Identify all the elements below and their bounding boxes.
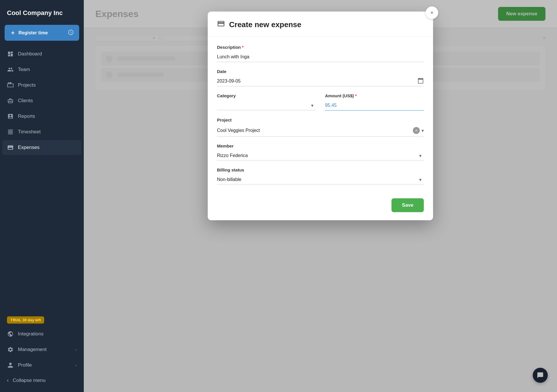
clock-icon (68, 29, 74, 37)
project-clear-button[interactable]: × (413, 127, 420, 134)
member-group: Member Rizzo Federica (217, 143, 424, 160)
create-expense-modal: Create new expense × Description* Date (208, 12, 433, 220)
amount-required-marker: * (355, 93, 357, 98)
sidebar-nav: Dashboard Team Projects Clients (0, 46, 84, 309)
project-value: Cool Veggies Project (217, 128, 413, 133)
sidebar-item-integrations-label: Integrations (18, 331, 44, 337)
category-label: Category (217, 93, 316, 98)
billing-group: Billing status Non-billable Billable (217, 167, 424, 184)
amount-group: Amount (US$)* (325, 93, 424, 111)
dashboard-icon (7, 51, 14, 57)
projects-icon (7, 82, 14, 89)
timesheet-icon (7, 128, 14, 135)
date-label: Date (217, 69, 424, 74)
sidebar: Cool Company Inc ＋ Register time Dashboa… (0, 0, 84, 392)
billing-label: Billing status (217, 167, 424, 172)
project-chevron-icon: ▾ (422, 128, 424, 133)
sidebar-item-timesheet-label: Timesheet (18, 129, 41, 135)
profile-chevron-icon: › (75, 363, 77, 367)
team-icon (7, 66, 14, 73)
collapse-icon: ‹ (7, 377, 9, 383)
plus-icon: ＋ (10, 29, 16, 37)
sidebar-item-projects[interactable]: Projects (2, 78, 81, 93)
calendar-icon (417, 77, 424, 85)
member-select-wrapper: Rizzo Federica (217, 151, 424, 160)
expenses-icon (7, 144, 14, 151)
modal-body: Description* Date (208, 37, 433, 193)
reports-icon (7, 113, 14, 120)
description-label: Description* (217, 45, 424, 50)
management-chevron-icon: › (75, 347, 77, 352)
modal-footer: Save (208, 193, 433, 220)
date-group: Date (217, 69, 424, 86)
project-wrapper: Cool Veggies Project × ▾ (217, 125, 424, 137)
main-area: Expenses New expense ▾ ▾ ≡ (84, 0, 557, 392)
sidebar-item-dashboard-label: Dashboard (18, 51, 42, 57)
close-icon: × (430, 10, 434, 16)
sidebar-item-projects-label: Projects (18, 82, 36, 88)
project-label: Project (217, 117, 424, 122)
company-name: Cool Company Inc (0, 0, 84, 25)
sidebar-item-integrations[interactable]: Integrations (2, 326, 81, 341)
sidebar-item-profile-label: Profile (18, 362, 32, 368)
modal-title: Create new expense (229, 20, 301, 29)
sidebar-item-expenses-label: Expenses (18, 145, 40, 150)
modal-close-button[interactable]: × (426, 6, 438, 19)
billing-select[interactable]: Non-billable Billable (217, 175, 424, 184)
collapse-menu-item[interactable]: ‹ Collapse menu (2, 373, 81, 387)
sidebar-item-expenses[interactable]: Expenses (2, 140, 81, 155)
sidebar-item-team-label: Team (18, 67, 30, 72)
amount-label: Amount (US$)* (325, 93, 424, 98)
sidebar-item-dashboard[interactable]: Dashboard (2, 46, 81, 61)
sidebar-item-clients[interactable]: Clients (2, 93, 81, 108)
sidebar-item-management[interactable]: Management › (2, 342, 81, 357)
amount-input[interactable] (325, 100, 424, 111)
category-select[interactable] (217, 100, 316, 110)
description-group: Description* (217, 45, 424, 62)
modal-overlay: Create new expense × Description* Date (84, 0, 557, 392)
clients-icon (7, 97, 14, 104)
category-amount-row: Category Amount (US$)* (217, 93, 424, 111)
profile-icon (7, 362, 14, 369)
management-icon (7, 346, 14, 353)
date-wrapper (217, 76, 424, 86)
sidebar-bottom: TRIAL 30 day left Integrations Managemen… (0, 309, 84, 392)
sidebar-item-profile[interactable]: Profile › (2, 358, 81, 373)
sidebar-item-reports[interactable]: Reports (2, 109, 81, 124)
modal-header: Create new expense (208, 12, 433, 37)
sidebar-item-timesheet[interactable]: Timesheet (2, 124, 81, 139)
description-required-marker: * (242, 45, 244, 50)
register-time-label: Register time (18, 30, 48, 36)
collapse-menu-label: Collapse menu (13, 378, 45, 383)
register-time-button[interactable]: ＋ Register time (5, 25, 79, 41)
category-group: Category (217, 93, 316, 111)
member-select[interactable]: Rizzo Federica (217, 151, 424, 160)
sidebar-item-reports-label: Reports (18, 113, 35, 119)
date-input[interactable] (217, 76, 424, 86)
sidebar-item-team[interactable]: Team (2, 62, 81, 77)
trial-badge: TRIAL 30 day left (7, 316, 44, 324)
member-label: Member (217, 143, 424, 148)
project-group: Project Cool Veggies Project × ▾ (217, 117, 424, 137)
sidebar-item-management-label: Management (18, 347, 47, 352)
category-select-wrapper (217, 100, 316, 110)
billing-select-wrapper: Non-billable Billable (217, 175, 424, 184)
save-button[interactable]: Save (391, 198, 424, 212)
sidebar-item-clients-label: Clients (18, 98, 33, 104)
expense-modal-icon (217, 20, 225, 29)
integrations-icon (7, 331, 14, 337)
description-input[interactable] (217, 52, 424, 62)
